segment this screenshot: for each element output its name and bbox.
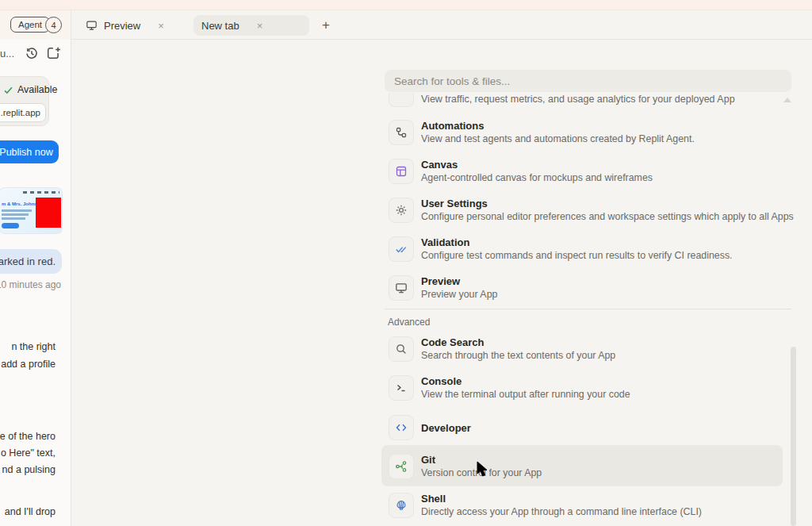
item-description: Agent-controlled canvas for mockups and … [421,172,653,183]
tool-search-palette: Search for tools & files... View traffic… [385,70,791,526]
item-description: Directly access your App through a comma… [421,506,702,517]
palette-item-automations[interactable]: Automations View and test agents and aut… [385,120,779,153]
gear-icon [389,198,414,223]
git-branch-icon [389,454,414,479]
palette-item-git[interactable]: Git Version control for your App [385,454,779,487]
analytics-icon [389,93,414,107]
agent-message-line: o Here" text, [0,445,56,462]
item-description: Configure personal editor preferences an… [421,211,794,222]
close-icon[interactable]: × [257,20,263,32]
publish-now-button[interactable]: Publish now [0,140,59,163]
user-chat-bubble: arked in red. [0,249,62,274]
terminal-icon [389,375,414,401]
agent-sidebar: u... Available .replit.app Publish now m… [0,40,71,526]
thumb-text-line [2,217,25,220]
palette-item-console[interactable]: Console View the terminal output after r… [385,375,779,409]
thumb-nav-links [23,191,59,194]
deployment-status: Available [3,84,58,95]
agent-message-line: nd a pulsing [0,462,56,478]
history-icon[interactable] [25,46,39,60]
item-description: View traffic, request metrics, and usage… [421,94,735,105]
item-title: Shell [421,493,446,505]
thumb-cta-button [2,223,19,228]
item-title: Automations [421,120,484,132]
thumb-text-line [2,213,29,216]
section-divider [385,309,791,309]
app-domain: .replit.app [0,108,40,117]
search-input[interactable]: Search for tools & files... [385,70,791,92]
canvas-icon [389,159,414,184]
sidebar-title: u... [0,48,14,60]
double-check-icon [389,236,414,262]
scroll-up-arrow-icon [783,98,791,102]
palette-item-preview[interactable]: Preview Preview your App [385,275,779,309]
chat-timestamp: 10 minutes ago [0,279,61,290]
window-top-strip [0,0,812,10]
shell-icon [389,493,414,518]
tab-preview[interactable]: Preview × [78,15,190,36]
palette-scrollbar[interactable] [791,347,796,526]
publish-now-label: Publish now [0,147,53,158]
app-screenshot-thumbnail[interactable]: m & Mrs. Johnson [0,188,62,233]
agent-message-line: n the right [0,339,56,355]
palette-item-user-settings[interactable]: User Settings Configure personal editor … [385,198,779,231]
item-description: Search through the text contents of your… [421,350,615,361]
item-title: Git [421,454,435,466]
agent-message-line: e of the hero [0,428,56,445]
monitor-icon [86,20,98,31]
thumb-red-rectangle [36,198,61,228]
available-label: Available [17,84,58,95]
item-title: Code Search [421,336,484,348]
item-title: Developer [421,422,471,434]
agent-message-line: and I'll drop [0,504,56,520]
item-title: Preview [421,275,460,287]
item-title: Validation [421,236,469,248]
chat-bubble-text: arked in red. [0,255,56,267]
app-domain-pill[interactable]: .replit.app [0,103,46,122]
code-icon [389,415,414,440]
palette-item-canvas[interactable]: Canvas Agent-controlled canvas for mocku… [385,159,779,192]
palette-item-code-search[interactable]: Code Search Search through the text cont… [385,336,779,370]
agent-badge[interactable]: Agent [10,17,50,33]
item-title: Console [421,375,462,387]
thumb-text-line [2,209,32,212]
palette-item-validation[interactable]: Validation Configure test commands and i… [385,236,779,270]
tab-label: Preview [104,20,140,32]
monitor-icon [389,275,414,301]
agent-count-value: 4 [51,21,56,30]
item-description: View the terminal output after running y… [421,389,630,400]
item-title: Canvas [421,159,458,171]
check-icon [3,85,13,95]
palette-item-partial[interactable]: View traffic, request metrics, and usage… [385,93,779,107]
close-icon[interactable]: × [158,20,164,32]
palette-item-shell[interactable]: Shell Directly access your App through a… [385,493,779,526]
item-description: View and test agents and automations cre… [421,133,695,144]
palette-item-developer[interactable]: Developer [385,415,779,448]
agent-message-line: add a profile [0,356,56,373]
tab-label: New tab [201,20,239,32]
search-placeholder: Search for tools & files... [394,75,510,87]
agent-count-badge[interactable]: 4 [45,17,62,33]
item-description: Preview your App [421,289,497,300]
item-title: User Settings [421,198,488,209]
item-description: Configure test commands and inspect run … [421,250,733,261]
advanced-section-label: Advanced [388,317,430,328]
search-icon [389,336,414,362]
plus-icon: + [322,17,330,33]
add-tab-button[interactable]: + [316,15,336,36]
automations-icon [389,120,414,145]
new-tab-pane: Search for tools & files... View traffic… [71,40,812,526]
mouse-cursor [476,461,490,478]
new-window-icon[interactable] [47,46,61,60]
tab-new-tab[interactable]: New tab × [193,15,309,36]
agent-badge-label: Agent [18,20,42,29]
